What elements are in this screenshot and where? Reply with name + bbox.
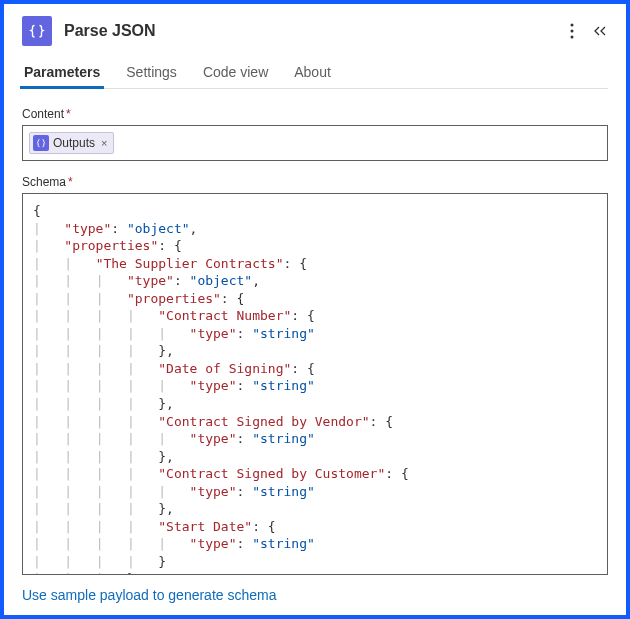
tab-settings[interactable]: Settings — [124, 64, 179, 88]
schema-label: Schema* — [22, 175, 608, 189]
token-chip[interactable]: Outputs × — [29, 132, 114, 154]
schema-textarea[interactable]: { | "type": "object", | "properties": { … — [22, 193, 608, 575]
json-braces-icon — [22, 16, 52, 46]
tab-about[interactable]: About — [292, 64, 333, 88]
panel-header: Parse JSON — [22, 16, 608, 46]
svg-point-0 — [571, 24, 574, 27]
tab-code-view[interactable]: Code view — [201, 64, 270, 88]
collapse-panel-button[interactable] — [592, 24, 608, 38]
token-chip-label: Outputs — [53, 136, 95, 150]
generate-schema-link[interactable]: Use sample payload to generate schema — [22, 587, 276, 603]
svg-point-2 — [571, 36, 574, 39]
tab-parameters[interactable]: Parameters — [22, 64, 102, 88]
json-braces-icon — [33, 135, 49, 151]
content-input[interactable]: Outputs × — [22, 125, 608, 161]
remove-chip-button[interactable]: × — [101, 137, 107, 149]
more-options-button[interactable] — [570, 23, 574, 39]
panel-title: Parse JSON — [64, 22, 558, 40]
content-label: Content* — [22, 107, 608, 121]
tab-bar: ParametersSettingsCode viewAbout — [22, 64, 608, 89]
svg-point-1 — [571, 30, 574, 33]
